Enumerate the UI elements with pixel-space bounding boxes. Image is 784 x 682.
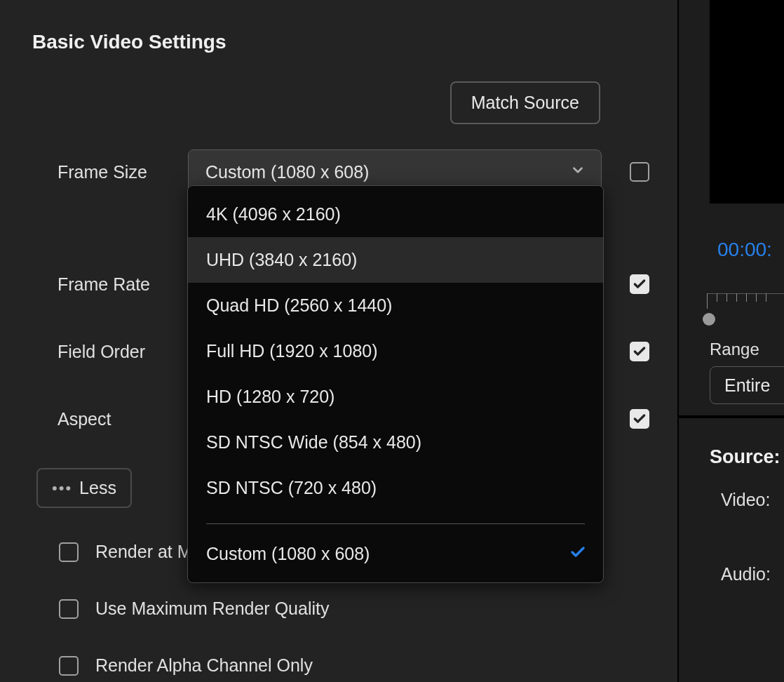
render-max-depth-checkbox[interactable] (59, 542, 79, 562)
frame-size-option-hd[interactable]: HD (1280 x 720) (188, 374, 603, 420)
ruler-tick (707, 293, 708, 309)
aspect-label: Aspect (32, 409, 188, 429)
ruler-tick (717, 293, 717, 302)
ellipsis-icon: ••• (52, 481, 72, 496)
render-alpha-row: Render Alpha Channel Only (59, 655, 677, 676)
ruler-tick (726, 293, 727, 302)
match-source-row: Match Source (32, 81, 677, 124)
panel-divider (679, 415, 784, 418)
check-icon (569, 544, 586, 565)
section-title: Basic Video Settings (32, 31, 677, 53)
frame-rate-label: Frame Rate (32, 274, 188, 295)
range-select[interactable]: Entire (710, 366, 784, 404)
max-render-quality-row: Use Maximum Render Quality (59, 599, 677, 619)
dropdown-separator (206, 523, 585, 524)
timeline-ruler[interactable] (707, 293, 784, 321)
video-preview (710, 0, 784, 203)
frame-size-lock-checkbox[interactable] (630, 162, 649, 182)
frame-rate-lock-checkbox[interactable] (630, 274, 649, 294)
frame-size-option-sdntsc[interactable]: SD NTSC (720 x 480) (188, 465, 603, 511)
frame-size-value: Custom (1080 x 608) (205, 162, 369, 182)
source-video-label: Video: (721, 490, 770, 510)
ruler-tick (756, 293, 757, 302)
frame-size-option-uhd[interactable]: UHD (3840 x 2160) (188, 237, 603, 283)
frame-size-option-quadhd[interactable]: Quad HD (2560 x 1440) (188, 283, 603, 328)
source-title: Source: (710, 446, 780, 468)
settings-panel: Basic Video Settings Match Source Frame … (0, 0, 679, 682)
render-alpha-checkbox[interactable] (59, 656, 79, 676)
render-alpha-label: Render Alpha Channel Only (95, 655, 313, 676)
frame-size-option-4k[interactable]: 4K (4096 x 2160) (188, 192, 603, 237)
field-order-label: Field Order (32, 342, 188, 362)
match-source-button[interactable]: Match Source (450, 81, 600, 124)
frame-size-option-fullhd[interactable]: Full HD (1920 x 1080) (188, 328, 603, 374)
range-value: Entire (724, 375, 770, 396)
less-toggle-button[interactable]: ••• Less (36, 468, 132, 508)
source-audio-label: Audio: (721, 564, 771, 584)
preview-panel: 00:00: Range Entire Source: Video: Audio… (679, 0, 784, 682)
chevron-down-icon (570, 162, 586, 182)
frame-size-label: Frame Size (32, 162, 188, 182)
less-label: Less (79, 478, 116, 498)
field-order-lock-checkbox[interactable] (630, 342, 649, 361)
max-render-quality-label: Use Maximum Render Quality (95, 599, 329, 619)
frame-size-custom-label: Custom (1080 x 608) (206, 544, 370, 563)
frame-size-dropdown: 4K (4096 x 2160) UHD (3840 x 2160) Quad … (187, 185, 604, 583)
max-render-quality-checkbox[interactable] (59, 599, 79, 619)
frame-size-option-custom[interactable]: Custom (1080 x 608) (188, 531, 603, 577)
app-root: Basic Video Settings Match Source Frame … (0, 0, 784, 682)
ruler-tick (736, 293, 737, 302)
frame-size-option-sdntscwide[interactable]: SD NTSC Wide (854 x 480) (188, 420, 603, 465)
aspect-lock-checkbox[interactable] (630, 409, 649, 429)
ruler-tick (746, 293, 747, 302)
timecode[interactable]: 00:00: (717, 239, 772, 261)
ruler-tick (766, 293, 766, 302)
ruler-baseline (707, 293, 784, 294)
settings-inner: Basic Video Settings Match Source Frame … (6, 0, 677, 682)
range-label: Range (710, 340, 759, 359)
playhead[interactable] (703, 313, 715, 326)
